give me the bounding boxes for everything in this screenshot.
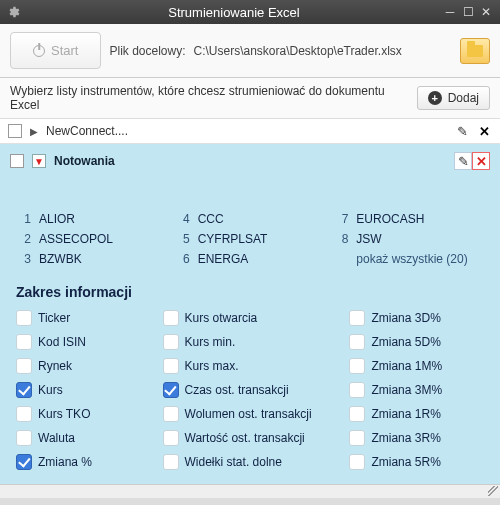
checkbox-icon [163, 454, 179, 470]
chk-czas-ost[interactable]: Czas ost. transakcji [163, 382, 338, 398]
plus-icon: + [428, 91, 442, 105]
maximize-button[interactable]: ☐ [460, 5, 476, 19]
edit-icon[interactable]: ✎ [454, 152, 472, 170]
chk-wartosc-ost[interactable]: Wartość ost. transakcji [163, 430, 338, 446]
chk-label: Widełki stat. dolne [185, 455, 282, 469]
chk-kod-isin[interactable]: Kod ISIN [16, 334, 151, 350]
ticker-grid: 1ALIOR 4CCC 7EUROCASH 2ASSECOPOL 5CYFRPL… [16, 212, 484, 266]
checkbox-icon [349, 406, 365, 422]
chk-kurs-max[interactable]: Kurs max. [163, 358, 338, 374]
ticker-label: ASSECOPOL [39, 232, 167, 246]
add-label: Dodaj [448, 91, 479, 105]
chk-wolumen-ost[interactable]: Wolumen ost. transakcji [163, 406, 338, 422]
show-all-link[interactable]: pokaż wszystkie (20) [356, 252, 484, 266]
subbar: Wybierz listy instrumentów, które chcesz… [0, 78, 500, 119]
chk-label: Kurs [38, 383, 63, 397]
window-buttons: ─ ☐ ✕ [442, 5, 494, 19]
ticker-num: 6 [175, 252, 190, 266]
ticker-num: 1 [16, 212, 31, 226]
checkbox-icon [16, 310, 32, 326]
chk-zmiana-3r[interactable]: Zmiana 3R% [349, 430, 484, 446]
chk-rynek[interactable]: Rynek [16, 358, 151, 374]
ticker-num: 2 [16, 232, 31, 246]
instruction-text: Wybierz listy instrumentów, które chcesz… [10, 84, 409, 112]
chk-label: Zmiana 1M% [371, 359, 442, 373]
file-label: Plik docelowy: [109, 44, 185, 58]
chk-widelki-stat[interactable]: Widełki stat. dolne [163, 454, 338, 470]
chk-kurs-otwarcia[interactable]: Kurs otwarcia [163, 310, 338, 326]
ticker-num: 8 [333, 232, 348, 246]
chk-kurs-tko[interactable]: Kurs TKO [16, 406, 151, 422]
chk-label: Wartość ost. transakcji [185, 431, 305, 445]
chk-kurs[interactable]: Kurs [16, 382, 151, 398]
chk-kurs-min[interactable]: Kurs min. [163, 334, 338, 350]
chk-label: Czas ost. transakcji [185, 383, 289, 397]
chk-label: Kurs min. [185, 335, 236, 349]
power-icon [33, 45, 45, 57]
chk-zmiana-pct[interactable]: Zmiana % [16, 454, 151, 470]
chk-label: Kurs max. [185, 359, 239, 373]
section-title: Zakres informacji [16, 284, 484, 300]
panel-notowania: ▼ Notowania ✎ ✕ 1ALIOR 4CCC 7EUROCASH 2A… [0, 144, 500, 484]
edit-icon[interactable]: ✎ [454, 123, 470, 139]
ticker-num: 7 [333, 212, 348, 226]
ticker-num: 4 [175, 212, 190, 226]
ticker-label: BZWBK [39, 252, 167, 266]
checkbox-icon [163, 358, 179, 374]
chk-zmiana-5r[interactable]: Zmiana 5R% [349, 454, 484, 470]
chk-label: Zmiana % [38, 455, 92, 469]
chk-label: Rynek [38, 359, 72, 373]
chk-zmiana-5d[interactable]: Zmiana 5D% [349, 334, 484, 350]
chk-zmiana-3d[interactable]: Zmiana 3D% [349, 310, 484, 326]
chk-label: Zmiana 3R% [371, 431, 440, 445]
chk-label: Kurs otwarcia [185, 311, 258, 325]
chk-label: Kod ISIN [38, 335, 86, 349]
chk-zmiana-1m[interactable]: Zmiana 1M% [349, 358, 484, 374]
file-path: C:\Users\anskora\Desktop\eTrader.xlsx [194, 44, 453, 58]
ticker-label: CYFRPLSAT [198, 232, 326, 246]
ticker-label: EUROCASH [356, 212, 484, 226]
list-row-newconnect[interactable]: ▶ NewConnect.... ✎ ✕ [0, 119, 500, 144]
gear-icon [6, 5, 20, 19]
checkbox-icon [349, 358, 365, 374]
list-row-label: NewConnect.... [46, 124, 446, 138]
titlebar: Strumieniowanie Excel ─ ☐ ✕ [0, 0, 500, 24]
close-window-button[interactable]: ✕ [478, 5, 494, 19]
expand-icon[interactable]: ▶ [30, 126, 38, 137]
chk-label: Ticker [38, 311, 70, 325]
minimize-button[interactable]: ─ [442, 5, 458, 19]
window-title: Strumieniowanie Excel [26, 5, 442, 20]
toolbar: Start Plik docelowy: C:\Users\anskora\De… [0, 24, 500, 78]
chk-label: Zmiana 3M% [371, 383, 442, 397]
start-label: Start [51, 43, 78, 58]
ticker-label: ALIOR [39, 212, 167, 226]
checkbox-icon [349, 310, 365, 326]
browse-button[interactable] [460, 38, 490, 64]
add-button[interactable]: + Dodaj [417, 86, 490, 110]
checkbox-icon [163, 310, 179, 326]
chk-zmiana-3m[interactable]: Zmiana 3M% [349, 382, 484, 398]
checkbox-icon [349, 454, 365, 470]
panel-title: Notowania [54, 154, 446, 168]
delete-icon[interactable]: ✕ [476, 123, 492, 139]
chk-waluta[interactable]: Waluta [16, 430, 151, 446]
row-buttons: ✎ ✕ [454, 152, 490, 170]
chk-ticker[interactable]: Ticker [16, 310, 151, 326]
ticker-label: ENERGA [198, 252, 326, 266]
delete-icon[interactable]: ✕ [472, 152, 490, 170]
checkbox[interactable] [8, 124, 22, 138]
statusbar [0, 484, 500, 498]
chk-label: Wolumen ost. transakcji [185, 407, 312, 421]
checkbox-icon [163, 334, 179, 350]
chk-label: Zmiana 1R% [371, 407, 440, 421]
ticker-num: 3 [16, 252, 31, 266]
checkbox-icon [16, 358, 32, 374]
checkbox[interactable] [10, 154, 24, 168]
start-button[interactable]: Start [10, 32, 101, 69]
checkbox-icon [349, 334, 365, 350]
checkbox-icon [16, 382, 32, 398]
ticker-num: 5 [175, 232, 190, 246]
collapse-icon[interactable]: ▼ [32, 154, 46, 168]
chk-zmiana-1r[interactable]: Zmiana 1R% [349, 406, 484, 422]
checkbox-icon [16, 406, 32, 422]
